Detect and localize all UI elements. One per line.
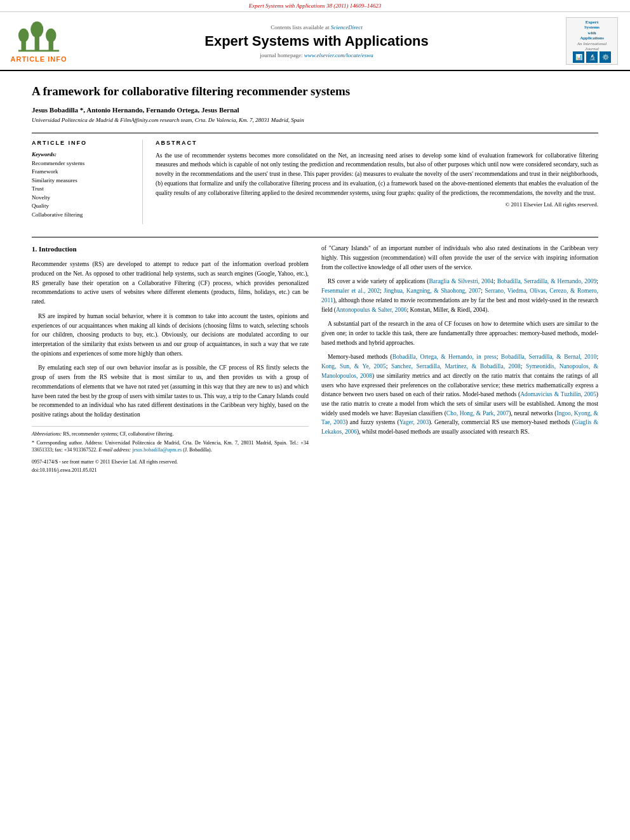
authors-text: Jesus Bobadilla *, Antonio Hernando, Fer… — [32, 106, 239, 114]
ref-giaglis[interactable]: Giaglis & Lekakos, 2006 — [321, 419, 598, 435]
right-para-2: RS cover a wide variety of applications … — [321, 277, 598, 314]
right-para-3: A substantial part of the research in th… — [321, 319, 598, 347]
issn-text: 0957-4174/$ - see front matter © 2011 El… — [32, 458, 178, 466]
journal-header: ARTICLE INFO Contents lists available at… — [0, 12, 630, 71]
article-info-column: ARTICLE INFO Keywords: Recommender syste… — [32, 140, 143, 225]
journal-cover-image: ExpertSystemswithApplications An Interna… — [566, 17, 618, 65]
ref-fesenmaler[interactable]: Fesenmaler et al., 2002 — [321, 288, 380, 294]
ref-sanchez[interactable]: Sanchez, Serradilla, Martinez, & Bobadil… — [391, 363, 521, 370]
article-info-title: ARTICLE INFO — [32, 140, 133, 146]
ref-antonopoulus[interactable]: Antonopoulus & Salter, 2006 — [336, 307, 407, 313]
section-divider — [32, 237, 598, 237]
footnote-abbreviations: Abbreviations: RS, recommender systems; … — [32, 430, 309, 437]
main-body: 1. Introduction Recommender systems (RS)… — [32, 244, 598, 474]
svg-point-1 — [18, 29, 29, 43]
corresponding-text: * Corresponding author. Address: Univers… — [32, 440, 309, 453]
elsevier-tree-icon — [17, 19, 61, 54]
abstract-column: ABSTRACT As the use of recommender syste… — [156, 140, 598, 225]
article-container: A framework for collaborative filtering … — [0, 71, 630, 487]
sciencedirect-line: Contents lists available at ScienceDirec… — [74, 24, 560, 30]
ref-jinghua[interactable]: Jinghua, Kangning, & Shaohong, 2007 — [384, 288, 481, 294]
article-authors: Jesus Bobadilla *, Antonio Hernando, Fer… — [32, 106, 598, 114]
article-footer: Abbreviations: RS, recommender systems; … — [32, 426, 309, 474]
elsevier-wordmark: ARTICLE INFO — [11, 55, 67, 63]
keyword-5: Novelty — [32, 194, 133, 203]
keyword-2: Framework — [32, 168, 133, 177]
email-link[interactable]: jesus.bobadilla@upm.es — [132, 447, 182, 453]
contents-label: Contents lists available at — [271, 24, 330, 30]
svg-point-7 — [35, 23, 39, 27]
journal-cover-area: ExpertSystemswithApplications An Interna… — [566, 17, 620, 65]
ref-bobadilla2[interactable]: Bobadilla, Ortega, & Hernando, in press — [392, 354, 497, 360]
journal-header-center: Contents lists available at ScienceDirec… — [74, 24, 560, 58]
keyword-1: Recommender systems — [32, 159, 133, 168]
ref-bobadilla3[interactable]: Bobadilla, Serradilla, & Bernal, 2010 — [501, 354, 597, 360]
abbrev-text: Abbreviations: RS, recommender systems; … — [32, 431, 173, 437]
keyword-3: Similarity measures — [32, 177, 133, 185]
svg-rect-6 — [18, 50, 59, 52]
ref-kong[interactable]: Kong, Sun, & Ye, 2005 — [321, 363, 386, 370]
keyword-6: Quality — [32, 202, 133, 211]
homepage-label: journal homepage: — [260, 52, 304, 58]
right-para-4: Memory-based methods (Bobadilla, Ortega,… — [321, 352, 598, 436]
journal-homepage: journal homepage: www.elsevier.com/locat… — [74, 52, 560, 58]
cover-subtitle: An InternationalJournal — [577, 41, 607, 51]
right-para-1: of "Canary Islands" of an important numb… — [321, 244, 598, 272]
abstract-text: As the use of recommender systems become… — [156, 151, 598, 198]
doi-text: doi:10.1016/j.eswa.2011.05.021 — [32, 467, 309, 474]
ref-bobadilla1[interactable]: Bobadilla, Serradilla, & Hernando, 2009 — [497, 278, 597, 284]
intro-para-1: Recommender systems (RS) are developed t… — [32, 260, 309, 307]
elsevier-logo: ARTICLE INFO — [10, 19, 67, 63]
ref-baraglia[interactable]: Baraglia & Silvestri, 2004 — [429, 278, 494, 284]
svg-point-5 — [46, 29, 57, 43]
footnote-corresponding: * Corresponding author. Address: Univers… — [32, 439, 309, 453]
ref-cho[interactable]: Cho, Hong, & Park, 2007 — [446, 410, 509, 417]
homepage-link[interactable]: www.elsevier.com/locate/eswa — [304, 52, 373, 58]
article-info-abstract: ARTICLE INFO Keywords: Recommender syste… — [32, 133, 598, 225]
ref-yager[interactable]: Yager, 2003 — [399, 419, 429, 425]
abstract-title: ABSTRACT — [156, 140, 598, 146]
body-right-column: of "Canary Islands" of an important numb… — [321, 244, 598, 474]
sciencedirect-link[interactable]: ScienceDirect — [331, 24, 363, 30]
journal-citation: Expert Systems with Applications 38 (201… — [249, 3, 382, 9]
copyright: © 2011 Elsevier Ltd. All rights reserved… — [156, 201, 598, 208]
article-title: A framework for collaborative filtering … — [32, 84, 598, 100]
top-bar: Expert Systems with Applications 38 (201… — [0, 0, 630, 12]
journal-title: Expert Systems with Applications — [74, 33, 560, 50]
cover-icon-2: 🔬 — [586, 51, 598, 63]
cover-title: ExpertSystemswithApplications — [580, 20, 604, 41]
intro-para-2: RS are inspired by human social behavior… — [32, 312, 309, 359]
elsevier-logo-area: ARTICLE INFO — [10, 19, 67, 63]
intro-heading: 1. Introduction — [32, 244, 309, 255]
keyword-7: Collaborative filtering — [32, 211, 133, 220]
intro-para-3: By emulating each step of our own behavi… — [32, 363, 309, 419]
keywords-section: Keywords: Recommender systems Framework … — [32, 151, 133, 220]
ref-adomavicius[interactable]: Adomavicius & Tuzhilin, 2005 — [520, 391, 596, 397]
cover-icons: 📊 🔬 ⚙️ — [573, 51, 611, 63]
article-affiliation: Universidad Politecnica de Madrid & Film… — [32, 117, 598, 123]
cover-icon-1: 📊 — [573, 51, 584, 63]
keywords-label: Keywords: — [32, 151, 133, 157]
footer-bottom: 0957-4174/$ - see front matter © 2011 El… — [32, 458, 309, 466]
keyword-4: Trust — [32, 185, 133, 194]
cover-icon-3: ⚙️ — [600, 51, 611, 63]
body-left-column: 1. Introduction Recommender systems (RS)… — [32, 244, 309, 474]
